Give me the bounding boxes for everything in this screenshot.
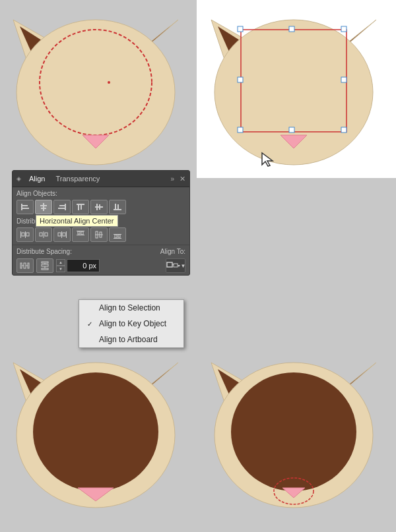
align-to-dropdown-menu: Align to Selection ✓ Align to Key Object… bbox=[79, 299, 184, 348]
svg-rect-70 bbox=[78, 231, 80, 234]
svg-rect-14 bbox=[238, 26, 243, 32]
svg-rect-48 bbox=[77, 204, 84, 205]
svg-point-29 bbox=[33, 372, 158, 491]
svg-rect-21 bbox=[289, 127, 294, 133]
svg-rect-67 bbox=[63, 233, 65, 236]
align-left-button[interactable] bbox=[16, 200, 34, 214]
svg-rect-55 bbox=[115, 204, 116, 209]
svg-rect-90 bbox=[174, 264, 178, 267]
panel-header: ◈ Align Transparency » ✕ bbox=[13, 171, 189, 187]
svg-rect-61 bbox=[43, 231, 44, 238]
vertical-align-center-button[interactable] bbox=[90, 200, 108, 214]
distribute-center-h-button[interactable] bbox=[35, 227, 52, 242]
svg-rect-78 bbox=[118, 235, 120, 237]
spacing-decrement[interactable]: ▼ bbox=[56, 266, 65, 272]
svg-rect-17 bbox=[341, 127, 346, 133]
svg-rect-64 bbox=[61, 231, 62, 238]
svg-rect-58 bbox=[25, 231, 26, 238]
distribute-bottom-button[interactable] bbox=[109, 227, 126, 242]
svg-rect-44 bbox=[41, 208, 46, 209]
align-to-artboard-item[interactable]: Align to Artboard bbox=[79, 332, 183, 347]
panel-tab-transparency[interactable]: Transparency bbox=[53, 173, 102, 184]
canvas-area: ◈ Align Transparency » ✕ Align Objects: bbox=[0, 0, 396, 532]
svg-rect-60 bbox=[26, 233, 29, 236]
svg-rect-43 bbox=[40, 205, 47, 206]
svg-rect-19 bbox=[238, 77, 243, 82]
svg-rect-63 bbox=[45, 233, 48, 236]
align-objects-row: Horizontal Align Center bbox=[13, 198, 189, 216]
align-to-label: Align To: bbox=[160, 248, 185, 255]
svg-rect-89 bbox=[167, 262, 172, 267]
distribute-left-button[interactable] bbox=[16, 227, 34, 242]
panel-close-button[interactable]: ✕ bbox=[180, 175, 185, 183]
distribute-spacing-label: Distribute Spacing: bbox=[16, 248, 72, 255]
align-objects-label: Align Objects: bbox=[13, 187, 189, 198]
svg-rect-39 bbox=[21, 204, 22, 210]
svg-rect-52 bbox=[96, 204, 98, 210]
cat-bottom-right bbox=[205, 349, 383, 521]
spacing-increment[interactable]: ▲ bbox=[56, 259, 65, 266]
svg-rect-56 bbox=[117, 204, 119, 209]
svg-rect-40 bbox=[22, 205, 28, 206]
spacing-stepper[interactable]: ▲ ▼ bbox=[56, 259, 65, 272]
svg-rect-46 bbox=[59, 205, 65, 206]
align-artboard-label: Align to Artboard bbox=[99, 335, 158, 344]
svg-rect-79 bbox=[20, 263, 22, 268]
svg-rect-20 bbox=[341, 77, 346, 82]
svg-rect-41 bbox=[22, 208, 29, 209]
svg-rect-54 bbox=[114, 209, 121, 210]
align-key-label: Align to Key Object bbox=[99, 319, 166, 328]
spacing-input-row: ▲ ▼ ▼ bbox=[13, 256, 189, 275]
distribute-center-v-button[interactable] bbox=[90, 227, 108, 242]
svg-rect-49 bbox=[78, 205, 79, 210]
align-to-dropdown-button[interactable]: ▼ bbox=[166, 258, 185, 273]
svg-rect-71 bbox=[81, 231, 83, 235]
cat-bottom-left bbox=[7, 349, 185, 521]
panel-scroll-arrows[interactable]: » bbox=[170, 175, 174, 183]
svg-rect-84 bbox=[42, 262, 48, 263]
svg-rect-80 bbox=[24, 263, 26, 268]
distribute-h-spacing-button[interactable] bbox=[16, 258, 34, 273]
align-top-button[interactable] bbox=[72, 200, 89, 214]
svg-rect-62 bbox=[40, 233, 42, 236]
spacing-input-group: ▲ ▼ bbox=[56, 259, 100, 272]
dropdown-arrow-icon: ▼ bbox=[181, 263, 186, 269]
svg-rect-86 bbox=[42, 268, 48, 270]
cat-top-left bbox=[7, 7, 185, 165]
svg-rect-45 bbox=[65, 204, 66, 210]
align-bottom-button[interactable] bbox=[109, 200, 126, 214]
distribute-v-spacing-button[interactable] bbox=[36, 258, 53, 273]
svg-point-6 bbox=[108, 81, 110, 84]
svg-rect-66 bbox=[58, 233, 61, 236]
align-right-button[interactable] bbox=[53, 200, 71, 214]
svg-rect-57 bbox=[20, 231, 21, 238]
svg-rect-42 bbox=[43, 203, 44, 211]
distribute-objects-label: Distribute Objects: bbox=[13, 216, 189, 226]
horizontal-align-center-button[interactable]: Horizontal Align Center bbox=[35, 200, 52, 214]
spacing-value-input[interactable] bbox=[67, 259, 100, 272]
svg-rect-85 bbox=[42, 264, 48, 266]
distribute-top-button[interactable] bbox=[72, 227, 89, 242]
cursor-arrow bbox=[261, 152, 275, 170]
svg-rect-53 bbox=[99, 204, 100, 210]
align-to-key-object-item[interactable]: ✓ Align to Key Object bbox=[79, 316, 183, 332]
align-selection-label: Align to Selection bbox=[99, 303, 160, 312]
align-panel: ◈ Align Transparency » ✕ Align Objects: bbox=[12, 170, 190, 276]
align-key-check: ✓ bbox=[87, 320, 95, 328]
svg-rect-47 bbox=[58, 208, 65, 209]
svg-rect-59 bbox=[22, 233, 24, 236]
svg-rect-65 bbox=[66, 231, 67, 238]
panel-tab-align[interactable]: Align bbox=[26, 173, 48, 184]
svg-rect-81 bbox=[28, 263, 29, 268]
distribute-objects-row bbox=[13, 226, 189, 243]
svg-rect-77 bbox=[115, 235, 117, 238]
svg-rect-50 bbox=[81, 205, 82, 210]
svg-marker-92 bbox=[178, 265, 180, 267]
align-to-selection-item[interactable]: Align to Selection bbox=[79, 300, 183, 316]
distribute-right-button[interactable] bbox=[53, 227, 71, 242]
cat-top-right bbox=[205, 7, 383, 178]
svg-rect-15 bbox=[341, 26, 346, 32]
svg-point-36 bbox=[231, 372, 356, 491]
svg-rect-18 bbox=[289, 26, 294, 32]
svg-marker-23 bbox=[262, 153, 273, 166]
